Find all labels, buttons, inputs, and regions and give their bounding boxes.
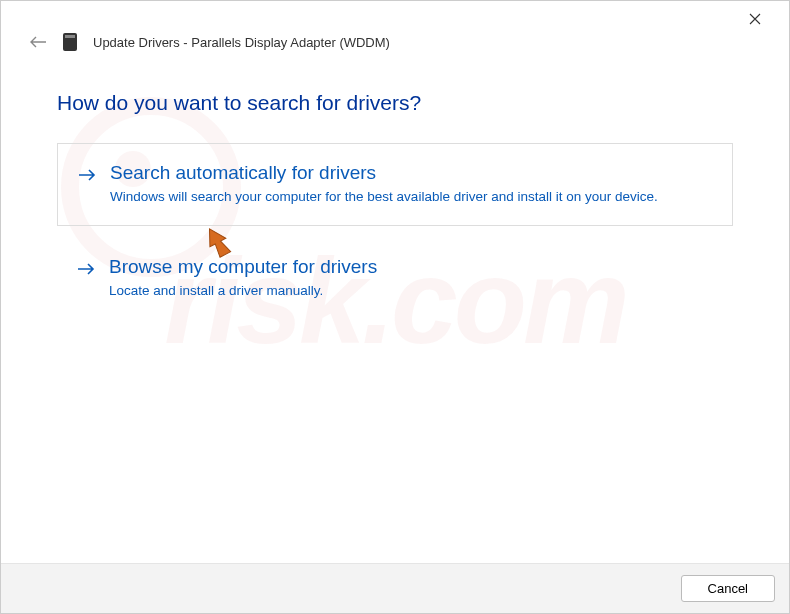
option-description: Windows will search your computer for th…	[110, 188, 712, 207]
option-body: Browse my computer for drivers Locate an…	[109, 256, 713, 301]
titlebar	[1, 1, 789, 37]
option-title: Browse my computer for drivers	[109, 256, 713, 278]
content-area: How do you want to search for drivers? S…	[1, 51, 789, 319]
header-row: Update Drivers - Parallels Display Adapt…	[1, 33, 789, 51]
close-icon	[749, 13, 761, 25]
option-description: Locate and install a driver manually.	[109, 282, 713, 301]
cancel-button[interactable]: Cancel	[681, 575, 775, 602]
dialog-window: risk.com Update Drivers - Parallels Disp…	[0, 0, 790, 614]
option-body: Search automatically for drivers Windows…	[110, 162, 712, 207]
option-browse-computer[interactable]: Browse my computer for drivers Locate an…	[57, 250, 733, 319]
option-search-automatically[interactable]: Search automatically for drivers Windows…	[57, 143, 733, 226]
arrow-icon	[78, 168, 96, 207]
dialog-footer: Cancel	[1, 563, 789, 613]
back-button[interactable]	[29, 33, 47, 51]
option-title: Search automatically for drivers	[110, 162, 712, 184]
dialog-title: Update Drivers - Parallels Display Adapt…	[93, 35, 390, 50]
back-arrow-icon	[29, 35, 47, 49]
close-button[interactable]	[733, 4, 777, 34]
main-question: How do you want to search for drivers?	[57, 91, 733, 115]
arrow-icon	[77, 262, 95, 301]
device-icon	[63, 33, 77, 51]
